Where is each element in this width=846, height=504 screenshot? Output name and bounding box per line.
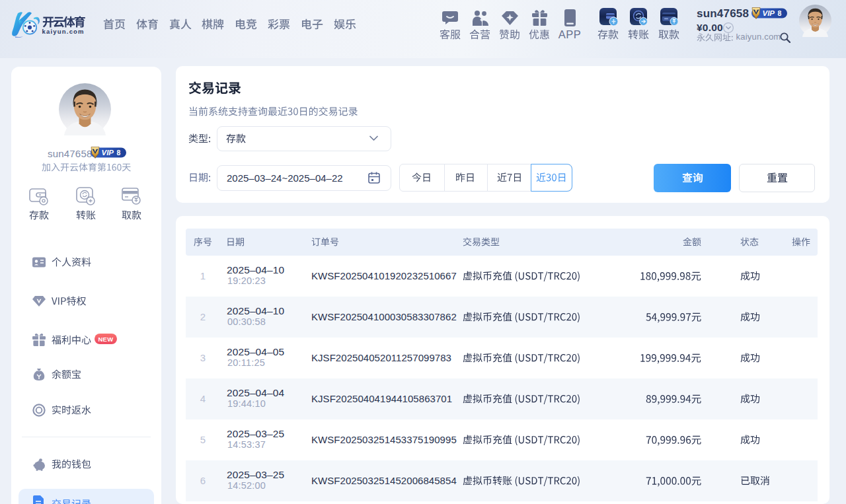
svg-text:8: 8 xyxy=(117,149,121,157)
svg-text:8: 8 xyxy=(778,9,782,17)
svg-text:VIP: VIP xyxy=(763,9,775,17)
svg-text:VIP: VIP xyxy=(102,149,114,157)
